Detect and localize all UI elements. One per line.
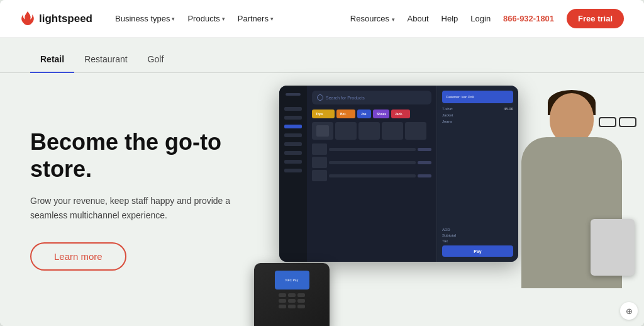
item-thumbnail bbox=[312, 170, 327, 181]
pos-nav-home bbox=[284, 107, 302, 111]
hero-subtitle: Grow your revenue, keep staff happy and … bbox=[30, 194, 231, 222]
nav-about[interactable]: About bbox=[408, 14, 429, 23]
chevron-down-icon: ▾ bbox=[222, 16, 225, 22]
hero-content: Become the go-to store. Grow your revenu… bbox=[0, 73, 644, 326]
item-thumbnail bbox=[312, 143, 327, 155]
terminal-text: NFC Pay bbox=[286, 278, 298, 282]
add-label: ADD bbox=[442, 228, 450, 232]
chevron-down-icon: ▾ bbox=[172, 16, 175, 22]
key-5 bbox=[288, 299, 296, 303]
logo-text: lightspeed bbox=[39, 13, 92, 25]
browser-window: lightspeed Business types ▾ Products ▾ P… bbox=[0, 0, 644, 326]
pos-nav-reports bbox=[284, 133, 302, 137]
product-btn-tops[interactable]: Tops bbox=[312, 110, 335, 118]
item-label bbox=[329, 174, 416, 177]
key-9 bbox=[297, 305, 305, 308]
key-4 bbox=[279, 299, 286, 303]
nav-resources[interactable]: Resources ▾ bbox=[350, 14, 395, 23]
payment-terminal: NFC Pay bbox=[254, 263, 330, 326]
key-7 bbox=[279, 305, 286, 308]
key-8 bbox=[288, 305, 296, 308]
terminal-screen: NFC Pay bbox=[275, 271, 309, 289]
item-price bbox=[418, 148, 431, 151]
pos-nav-inventory bbox=[284, 125, 302, 128]
pos-nav bbox=[284, 107, 302, 172]
nav-products[interactable]: Products ▾ bbox=[187, 14, 225, 23]
tab-retail[interactable]: Retail bbox=[30, 49, 74, 73]
pos-sidebar bbox=[279, 86, 307, 262]
navbar: lightspeed Business types ▾ Products ▾ P… bbox=[0, 0, 644, 38]
logo[interactable]: lightspeed bbox=[20, 10, 92, 28]
person-glasses bbox=[599, 117, 639, 125]
person-figure bbox=[502, 87, 641, 326]
nav-help[interactable]: Help bbox=[441, 14, 458, 23]
pos-logo-icon bbox=[286, 93, 301, 96]
hero-text-block: Become the go-to store. Grow your revenu… bbox=[0, 73, 264, 326]
terminal-keypad bbox=[279, 293, 305, 308]
hero-title: Become the go-to store. bbox=[30, 128, 234, 183]
item-label bbox=[329, 161, 416, 164]
pos-nav-customers bbox=[284, 160, 302, 164]
pos-list-item bbox=[312, 143, 431, 155]
tab-bar: Retail Restaurant Golf bbox=[0, 49, 644, 73]
person-image bbox=[493, 73, 644, 326]
pos-nav-settings bbox=[284, 169, 302, 172]
chevron-down-icon: ▾ bbox=[270, 16, 274, 22]
nav-business-types[interactable]: Business types ▾ bbox=[115, 14, 175, 23]
product-btn-bottoms[interactable]: Bot. bbox=[336, 110, 355, 118]
pos-list-item bbox=[312, 170, 431, 181]
product-btn-jeans[interactable]: Jns bbox=[357, 110, 371, 118]
key-3 bbox=[297, 293, 305, 297]
tax-label: Tax bbox=[442, 239, 448, 243]
phone-link[interactable]: 866-932-1801 bbox=[503, 14, 554, 23]
key-6 bbox=[297, 299, 305, 303]
item-name: T-shirt bbox=[442, 107, 453, 111]
tab-restaurant[interactable]: Restaurant bbox=[74, 49, 137, 73]
hero-image-area: Search for Products Tops Bot. Jns Shoes … bbox=[254, 73, 644, 326]
pos-screen-mockup: Search for Products Tops Bot. Jns Shoes … bbox=[279, 86, 518, 262]
zoom-icon: ⊕ bbox=[626, 306, 633, 316]
nav-partners[interactable]: Partners ▾ bbox=[238, 14, 274, 23]
item-label bbox=[329, 148, 416, 151]
item-price bbox=[418, 174, 431, 177]
free-trial-button[interactable]: Free trial bbox=[567, 9, 624, 28]
product-btn-shoes[interactable]: Shoes bbox=[373, 110, 389, 118]
person-body bbox=[521, 137, 622, 288]
glass-right bbox=[619, 117, 636, 127]
key-2 bbox=[288, 293, 296, 297]
product-btn-jackets[interactable]: Jack. bbox=[391, 110, 410, 118]
pos-nav-vendors bbox=[284, 151, 302, 155]
search-placeholder: Search for Products bbox=[326, 96, 365, 100]
item-name: Jeans bbox=[442, 120, 452, 123]
pos-nav-sales bbox=[284, 116, 302, 120]
nav-links: Business types ▾ Products ▾ Partners ▾ bbox=[115, 14, 333, 23]
pos-items-list bbox=[307, 141, 436, 262]
item-price bbox=[418, 161, 431, 164]
nav-right: Resources ▾ About Help Login 866-932-180… bbox=[350, 9, 624, 28]
search-icon bbox=[317, 94, 323, 101]
person-head bbox=[550, 93, 594, 143]
customer-name: Customer: Ivan Polli bbox=[446, 95, 474, 99]
pos-nav-catalog bbox=[284, 142, 302, 146]
glass-left bbox=[599, 117, 616, 127]
nav-login[interactable]: Login bbox=[470, 14, 491, 23]
hero-section: Retail Restaurant Golf Become the go-to … bbox=[0, 38, 644, 326]
zoom-badge[interactable]: ⊕ bbox=[620, 302, 638, 320]
key-1 bbox=[279, 293, 286, 297]
tab-golf[interactable]: Golf bbox=[138, 49, 174, 73]
pos-product-buttons: Tops Bot. Jns Shoes Jack. bbox=[307, 107, 436, 121]
tablet-held bbox=[591, 219, 635, 276]
pos-main-panel: Search for Products Tops Bot. Jns Shoes … bbox=[307, 86, 436, 262]
pos-search-bar[interactable]: Search for Products bbox=[312, 91, 431, 104]
learn-more-button[interactable]: Learn more bbox=[30, 242, 126, 271]
subtotal-label: Subtotal bbox=[442, 233, 456, 237]
item-name: Jacket bbox=[442, 113, 453, 117]
pos-list-item bbox=[312, 157, 431, 168]
item-thumbnail bbox=[312, 157, 327, 168]
